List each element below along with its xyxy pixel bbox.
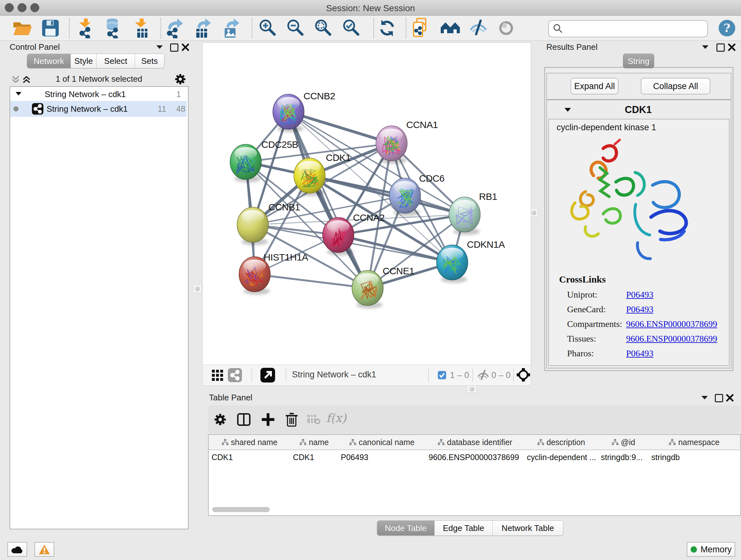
network-row[interactable]: String Network – cdk1 11 48 xyxy=(10,101,187,117)
table-panel-menu-icon[interactable] xyxy=(701,395,709,401)
column-header-namespace[interactable]: namespace xyxy=(649,435,740,450)
column-header-canonical-name[interactable]: canonical name xyxy=(338,435,426,450)
zoom-selected-icon[interactable] xyxy=(341,18,362,38)
bar-separator xyxy=(428,368,429,382)
delete-column-trash-icon[interactable] xyxy=(285,412,299,428)
show-columns-icon[interactable] xyxy=(237,413,251,428)
table-cell[interactable]: P06493 xyxy=(338,450,426,464)
network-node-count: 11 xyxy=(158,104,166,114)
left-splitter-handle[interactable] xyxy=(193,284,202,293)
import-table-icon[interactable] xyxy=(132,18,152,38)
save-session-icon[interactable] xyxy=(40,18,61,38)
results-panel-float-icon[interactable] xyxy=(717,44,725,52)
grid-view-icon[interactable] xyxy=(211,369,224,383)
column-header-name[interactable]: name xyxy=(290,435,338,450)
export-table-icon[interactable] xyxy=(193,18,213,38)
first-neighbors-icon[interactable] xyxy=(412,18,432,38)
tab-network[interactable]: Network xyxy=(27,54,71,68)
table-cell[interactable]: stringdb xyxy=(649,450,740,464)
hide-eye-icon[interactable] xyxy=(468,18,488,38)
birdseye-navigator-icon[interactable] xyxy=(516,368,530,383)
export-image-icon[interactable] xyxy=(221,18,242,38)
collapse-all-tree-icon[interactable] xyxy=(11,75,20,85)
warning-status-button[interactable] xyxy=(35,542,54,557)
bar-separator xyxy=(252,368,252,382)
network-options-gear-icon[interactable] xyxy=(174,73,187,87)
svg-text:HIST1H1A: HIST1H1A xyxy=(264,252,308,262)
control-panel-float-icon[interactable] xyxy=(170,44,179,52)
import-network-database-icon[interactable] xyxy=(103,18,123,38)
crosslink-value-link[interactable]: P06493 xyxy=(626,290,654,300)
table-cell[interactable]: cyclin-dependent ... xyxy=(524,450,598,464)
import-network-file-icon[interactable] xyxy=(76,18,97,38)
svg-text:CCNE1: CCNE1 xyxy=(383,266,414,276)
home-network-icon[interactable] xyxy=(440,18,461,38)
control-panel-tabs: NetworkStyleSelectSets xyxy=(27,54,164,68)
search-input[interactable] xyxy=(548,20,708,37)
results-panel-title: Results Panel xyxy=(546,42,597,52)
crosslink-value-link[interactable]: 9606.ENSP00000378699 xyxy=(626,319,717,329)
add-column-icon[interactable] xyxy=(261,413,275,428)
open-session-icon[interactable] xyxy=(12,18,32,38)
apply-function-fx-button: f(x) xyxy=(326,411,346,425)
column-header-shared-name[interactable]: shared name xyxy=(209,435,290,450)
tab-style[interactable]: Style xyxy=(71,54,97,68)
table-cell[interactable]: 9606.ENSP00000378699 xyxy=(426,450,524,464)
tab-sets[interactable]: Sets xyxy=(135,54,164,68)
control-panel-menu-icon[interactable] xyxy=(156,44,163,51)
gene-description: cyclin-dependent kinase 1 xyxy=(556,123,656,132)
bar-separator xyxy=(513,368,514,382)
network-canvas[interactable]: CCNB2CCNA1CDC25BCDK1CDC6RB1CCNB1CCNA2CDK… xyxy=(202,43,531,365)
window-title: Session: New Session xyxy=(0,3,741,13)
table-cell[interactable]: CDK1 xyxy=(209,450,290,464)
network-share-view-icon[interactable] xyxy=(228,368,242,383)
cloud-status-button[interactable] xyxy=(7,542,27,557)
table-settings-gear-icon[interactable] xyxy=(213,413,227,428)
collapse-all-button[interactable]: Collapse All xyxy=(641,78,711,95)
control-panel-close-icon[interactable] xyxy=(181,43,190,53)
bottom-splitter-handle[interactable] xyxy=(467,385,477,393)
protein-structure-image xyxy=(555,137,696,273)
crosslink-value-link[interactable]: P06493 xyxy=(626,304,654,314)
tab-network-table[interactable]: Network Table xyxy=(493,521,563,536)
tab-select[interactable]: Select xyxy=(97,54,135,68)
crosslink-label: GeneCard: xyxy=(567,304,626,314)
results-panel-menu-icon[interactable] xyxy=(701,44,709,51)
expand-all-button[interactable]: Expand All xyxy=(570,78,618,95)
table-cell[interactable]: CDK1 xyxy=(290,450,338,464)
svg-text:CDKN1A: CDKN1A xyxy=(467,239,505,250)
show-eye-icon[interactable] xyxy=(496,18,516,38)
results-panel-close-icon[interactable] xyxy=(728,43,736,53)
table-horizontal-scrollbar[interactable] xyxy=(212,507,270,512)
tab-edge-table[interactable]: Edge Table xyxy=(434,521,493,536)
tab-string[interactable]: String xyxy=(623,54,654,68)
svg-text:CDC6: CDC6 xyxy=(419,173,445,184)
selected-checkbox-icon[interactable] xyxy=(438,371,446,381)
crosslink-label: Tissues: xyxy=(567,334,626,344)
memory-button[interactable]: Memory xyxy=(687,542,735,557)
zoom-out-icon[interactable] xyxy=(286,18,306,38)
open-in-window-icon[interactable] xyxy=(260,368,275,384)
crosslink-value-link[interactable]: 9606.ENSP00000378699 xyxy=(626,334,717,344)
column-header-database-identifier[interactable]: database identifier xyxy=(426,435,524,450)
network-collection-row[interactable]: String Network – cdk1 1 xyxy=(10,88,187,101)
tree-expand-icon[interactable] xyxy=(15,91,22,98)
zoom-in-icon[interactable] xyxy=(258,18,278,38)
column-header-@id[interactable]: @id xyxy=(598,435,649,450)
column-header-description[interactable]: description xyxy=(524,435,598,450)
crosslink-row: GeneCard:P06493 xyxy=(567,302,727,317)
table-cell[interactable]: stringdb:9... xyxy=(598,450,649,464)
node-table[interactable]: shared nameCDK1nameCDK1canonical nameP06… xyxy=(208,434,741,516)
export-network-icon[interactable] xyxy=(165,18,185,38)
search-field[interactable] xyxy=(566,22,704,35)
crosslink-value-link[interactable]: P06493 xyxy=(626,348,654,359)
table-panel-close-icon[interactable] xyxy=(726,394,734,403)
tab-node-table[interactable]: Node Table xyxy=(377,521,434,536)
help-icon[interactable]: ? xyxy=(718,19,736,38)
svg-text:CCNB1: CCNB1 xyxy=(268,202,300,212)
toolbar-separator xyxy=(406,18,406,38)
crosslink-row: Compartments:9606.ENSP00000378699 xyxy=(567,317,727,331)
table-panel-float-icon[interactable] xyxy=(715,394,723,402)
zoom-fit-icon[interactable] xyxy=(313,18,334,38)
refresh-icon[interactable] xyxy=(377,18,397,38)
